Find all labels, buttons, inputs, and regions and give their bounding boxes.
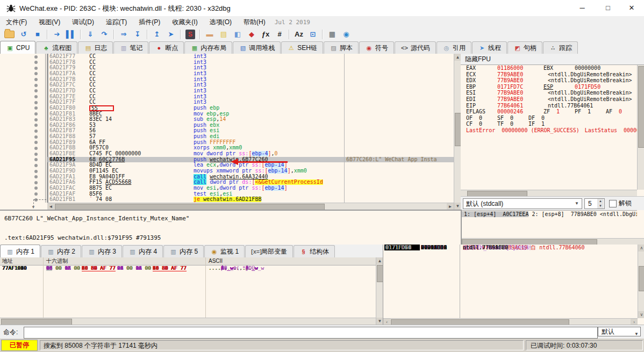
flag-value[interactable]: 0 [619,109,637,115]
register-value[interactable]: 0171FD50 [575,84,616,90]
menu-item[interactable]: 调试(D) [66,16,100,28]
flag-value[interactable]: 0 [479,115,497,121]
disasm-row[interactable]: 6AD21F7BCCint3 [47,77,454,83]
run-to-selection-icon[interactable]: ⇒ [117,29,130,40]
tab-断点[interactable]: ●断点 [149,41,184,54]
disasm-row[interactable]: 6AD21F8383EC 14sub esp,14 [47,117,454,123]
pause-icon[interactable]: ▌▌ [65,29,77,40]
tab-符号[interactable]: ◉符号 [359,41,394,54]
scroll-thumb[interactable] [639,266,644,291]
tab-引用[interactable]: ◎引用 [437,41,471,54]
stack-pane[interactable]: 0171FD5077B9AC19返回到 ntdll.77B9AC19 自 ntd… [383,245,644,325]
minimize-button[interactable]: ─ [570,0,595,16]
register-value[interactable]: 0171FD7C [497,84,538,90]
maximize-button[interactable]: □ [596,0,620,16]
tab-内存 4[interactable]: ▥内存 4 [123,245,163,257]
menu-item[interactable]: 追踪(T) [100,16,133,28]
flag-value[interactable]: 1 [556,109,575,115]
tab-内存 1[interactable]: ▥内存 1 [0,245,40,258]
disasm-row[interactable]: 6AD21F818BECmov ebp,esp [47,111,454,117]
disasm-row[interactable]: 6AD21F7CCCint3 [47,82,454,88]
register-value[interactable]: 77B9ABE0 [497,77,538,84]
disasm-row[interactable]: 6AD21F8756push esi [47,128,454,134]
disasm-horizontal-scrollbar[interactable]: ◄ ► [47,203,454,210]
attach-icon[interactable]: ⊡ [306,29,319,40]
restart-icon[interactable]: ↺ [17,29,30,40]
disasm-row[interactable]: 6AD21FAC8B75 ECmov esi,dword ptr ss:[ebp… [47,185,454,191]
step-into-icon[interactable]: ⇓ [84,29,97,40]
hide-fpu-button[interactable]: 隐藏FPU [461,54,644,65]
unlock-checkbox[interactable]: 解锁 [609,199,632,208]
strings-icon[interactable]: S [185,30,195,39]
disasm-row[interactable]: 6AD21F8B0F57C0xorps xmm0,xmm0 [47,145,454,151]
patch-icon[interactable]: ▬ [203,29,216,40]
disasm-row[interactable]: 6AD21FA1E8 9A04D1FFcall wechatwin.6AA324… [47,174,454,180]
calculator-icon[interactable]: ▦ [326,29,339,40]
tab-内存 5[interactable]: ▥内存 5 [163,245,204,257]
disasm-row[interactable]: 6AD21F8055push ebp [47,105,454,111]
menu-item[interactable]: 收藏夹(I) [166,16,203,28]
calling-convention-select[interactable]: 默认 (stdcall) ▼ [463,198,582,209]
tab-句柄[interactable]: ◩句柄 [507,41,542,54]
disasm-row[interactable]: 6AD21F77CCint3 [47,54,454,60]
comments-icon[interactable]: ▤ [217,29,230,40]
tab-流程图[interactable]: ♣流程图 [36,41,77,54]
internet-update-icon[interactable]: ◉ [340,29,353,40]
tab-调用堆栈[interactable]: ▧调用堆栈 [233,41,281,54]
argument-row[interactable]: 1: [esp+4] A0C17EEA [461,211,528,217]
dump-horizontal-scrollbar[interactable] [0,318,376,325]
disasm-row[interactable]: 6AD21F7ECCint3 [47,94,454,100]
tab-笔记[interactable]: ▥笔记 [113,41,148,54]
tab-结构体[interactable]: §结构体 [294,245,335,257]
disasm-row[interactable]: 6AD21FAF85F6test esi,esi [47,191,454,197]
run-icon[interactable]: ➔ [51,29,63,40]
functions-icon[interactable]: ƒx [259,29,272,40]
disassembly-pane[interactable]: 6AD21F77CCint36AD21F78CCint36AD21F79CCin… [0,54,462,210]
stack-vertical-scrollbar[interactable]: ∧ ∨ [638,245,644,318]
disasm-row[interactable]: 6AD21FA6FF15 ACD5566Bcall dword ptr ds:[… [47,179,454,185]
checkbox-box[interactable] [609,200,617,207]
step-out-icon[interactable]: ↥ [151,29,163,40]
tab-CPU[interactable]: ▣CPU [0,41,35,54]
disasm-row[interactable]: 6AD21F79CCint3 [47,65,454,71]
flag-value[interactable]: 0 [510,121,528,127]
register-value[interactable]: 77B9ABE0 [497,96,538,103]
flag-value[interactable]: 0 [541,115,560,121]
stepper-down-icon[interactable]: ▼ [597,204,604,209]
disasm-row[interactable]: 6AD21F896A FFpush FFFFFFFF [47,140,454,146]
disasm-row[interactable]: 6AD21FB1ˇ 74 08je wechatwin.6AD21FBB [47,197,454,203]
step-over-icon[interactable]: ↷ [98,29,111,40]
disasm-row[interactable]: 6AD21F78CCint3 [47,60,454,66]
close-button[interactable]: ✕ [619,0,644,16]
tab-SEH链[interactable]: ⚠SEH链 [281,41,323,54]
tab-监视 1[interactable]: ◉监视 1 [204,245,245,257]
tab-局部变量[interactable]: [x=]局部变量 [245,245,293,257]
register-value[interactable]: 77B9ABE0 [497,90,538,96]
tab-源代码[interactable]: <>源代码 [395,41,436,54]
disasm-row[interactable]: 6AD21F7ACCint3 [47,71,454,77]
register-value[interactable]: 77B64061 [497,103,538,109]
register-value[interactable]: 77B9ABE0 [497,71,538,78]
registers-vertical-scrollbar[interactable] [637,65,644,190]
tab-跟踪[interactable]: ∴跟踪 [543,41,578,54]
stop-icon[interactable]: ■ [31,29,44,40]
disasm-row[interactable]: 6AD21F7DCCint3 [47,88,454,94]
stack-value[interactable]: 0171FD8C [421,245,459,250]
bookmarks-icon[interactable]: ◆ [245,29,258,40]
argument-row[interactable]: 2: [esp+8] 77B9ABE0 <ntdll.DbgUiRemoteBr… [528,211,637,217]
disasm-row[interactable]: 6AD21F9A8D4D EClea ecx,dword ptr ss:[ebp… [47,162,454,168]
disasm-row[interactable]: 6AD21F7FCCint3 [47,99,454,105]
command-script-dropdown[interactable]: 默认 ▼ [598,327,641,336]
tab-日志[interactable]: ▤日志 [78,41,113,54]
execute-till-return-icon[interactable]: ↧ [131,29,144,40]
argument-count-stepper[interactable]: 5 ▲ ▼ [584,198,605,209]
flag-value[interactable]: 0 [479,121,497,127]
disasm-vertical-scrollbar[interactable]: ▲ ▼ [454,54,461,210]
open-file-icon[interactable] [4,31,15,38]
disasm-row[interactable]: 6AD21F8857push edi [47,134,454,140]
register-value[interactable]: 00000246 [497,109,538,115]
command-input[interactable] [24,327,598,339]
disasm-row[interactable]: 6AD21F8EC745 FC 00000000mov dword ptr ss… [47,151,454,157]
tab-内存 3[interactable]: ▥内存 3 [82,245,122,257]
flag-value[interactable]: 1 [541,121,560,127]
